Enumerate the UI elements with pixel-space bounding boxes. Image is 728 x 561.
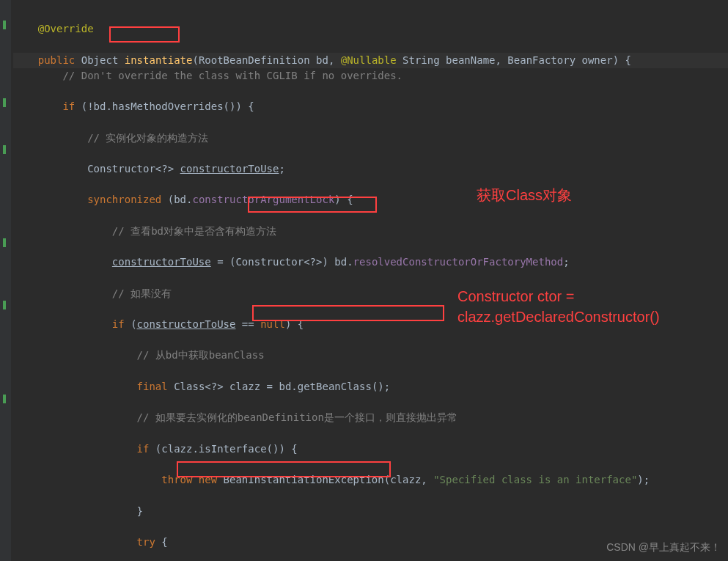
code-line[interactable]: synchronized (bd.constructorArgumentLock… xyxy=(13,192,728,208)
code-line[interactable]: // 查看bd对象中是否含有构造方法 xyxy=(13,224,728,239)
code-line[interactable]: if (!bd.hasMethodOverrides()) { xyxy=(13,99,728,114)
watermark: CSDN @早上真起不来！ xyxy=(606,540,721,555)
code-line[interactable]: // Don't override the class with CGLIB i… xyxy=(13,68,728,84)
code-line[interactable]: public Object instantiate(RootBeanDefini… xyxy=(13,53,728,68)
code-line[interactable]: // 从bd中获取beanClass xyxy=(13,348,728,363)
code-line[interactable]: final Class<?> clazz = bd.getBeanClass()… xyxy=(13,379,728,395)
code-line[interactable]: throw new BeanInstantiationException(cla… xyxy=(13,472,728,488)
code-line[interactable]: // 实例化对象的构造方法 xyxy=(13,131,728,146)
annotation-text-2: Constructor ctor = clazz.getDeclaredCons… xyxy=(457,286,728,327)
annotation-text-1: 获取Class对象 xyxy=(477,188,572,203)
code-line[interactable]: @Override xyxy=(13,21,728,37)
code-line[interactable]: Constructor<?> constructorToUse; xyxy=(13,161,728,177)
code-line[interactable]: constructorToUse = (Constructor<?>) bd.r… xyxy=(13,254,728,270)
annotation: @Override xyxy=(38,23,94,34)
method-name: instantiate xyxy=(125,54,193,66)
code-editor[interactable]: @Override public Object instantiate(Root… xyxy=(0,0,728,561)
code-line[interactable]: if (clazz.isInterface()) { xyxy=(13,441,728,457)
code-line[interactable]: // 如果要去实例化的beanDefinition是一个接口，则直接抛出异常 xyxy=(13,410,728,425)
code-content[interactable]: @Override public Object instantiate(Root… xyxy=(7,6,728,561)
code-line[interactable]: } xyxy=(13,504,728,519)
